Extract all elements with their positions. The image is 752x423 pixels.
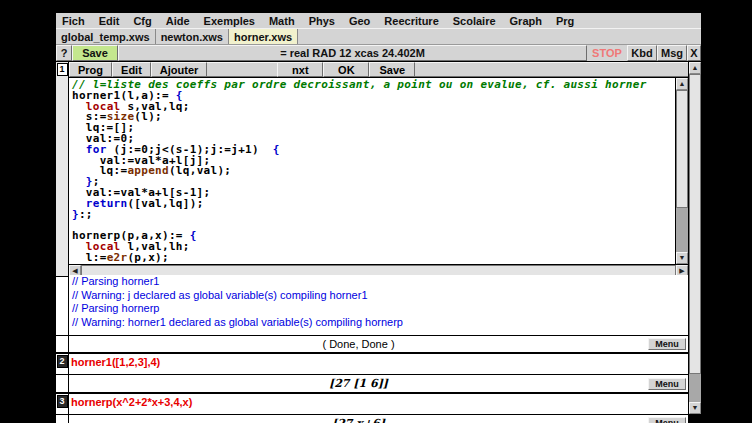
level-1-gutter: 1 [56, 62, 69, 276]
xcas-window: FichEditCfgAideExemplesMathPhysGeoReecri… [55, 12, 702, 415]
output-gutter [56, 415, 69, 423]
tab-horner-xws[interactable]: horner.xws [229, 29, 298, 44]
session-scroll-thumb[interactable] [689, 74, 701, 374]
menu-reecriture[interactable]: Reecriture [384, 15, 438, 27]
output-gutter [56, 336, 69, 352]
message-line: // Parsing horner1 [72, 275, 688, 289]
level-3-result: [27 x+6] [69, 417, 648, 423]
tab-newton-xws[interactable]: newton.xws [156, 29, 229, 44]
menu-edit[interactable]: Edit [99, 15, 120, 27]
editor-scroll-thumb[interactable] [676, 90, 688, 208]
parser-messages: // Parsing horner1// Warning: j declared… [69, 275, 688, 335]
menu-math[interactable]: Math [269, 15, 295, 27]
desktop: FichEditCfgAideExemplesMathPhysGeoReecri… [0, 0, 752, 423]
session-save-button[interactable]: Save [72, 45, 118, 61]
scroll-up-icon[interactable]: ▲ [676, 78, 688, 90]
level-2-gutter: 2 [56, 354, 69, 374]
menu-scolaire[interactable]: Scolaire [453, 15, 496, 27]
level-3-input[interactable]: hornerp(x^2+2*x+3,4,x) [69, 394, 688, 414]
level-1-output: ( Done, Done ) Menu [56, 335, 688, 352]
messages-pane: // Parsing horner1// Warning: j declared… [56, 276, 688, 335]
editor-menus: ProgEditAjouter [69, 62, 207, 77]
menu-graph[interactable]: Graph [510, 15, 542, 27]
level-3-output: [27 x+6] Menu [56, 414, 688, 423]
message-line: // Warning: j declared as global variabl… [72, 289, 688, 303]
level-2-result: [27 [1 6]] [69, 377, 648, 390]
level-1-editor: 1 ProgEditAjouter nxtOKSave // l=liste d… [56, 62, 688, 276]
level-2-output: [27 [1 6]] Menu [56, 374, 688, 392]
editor-toolbar: ProgEditAjouter nxtOKSave [69, 62, 688, 77]
level-1-number[interactable]: 1 [57, 63, 68, 76]
menubar: FichEditCfgAideExemplesMathPhysGeoReecri… [56, 13, 701, 28]
editor-scroll-track[interactable] [676, 208, 688, 252]
level-1-menu-button[interactable]: Menu [648, 338, 686, 350]
level-1-result: ( Done, Done ) [69, 338, 648, 350]
level-3-entry: 3 hornerp(x^2+2*x+3,4,x) [56, 392, 688, 414]
menu-geo[interactable]: Geo [349, 15, 370, 27]
menu-fich[interactable]: Fich [62, 15, 85, 27]
cas-status-button[interactable]: = real RAD 12 xcas 24.402M [118, 45, 587, 61]
level-2-entry: 2 horner1([1,2,3],4) [56, 352, 688, 374]
menu-prg[interactable]: Prg [556, 15, 574, 27]
editor-buttons: nxtOKSave [277, 62, 415, 77]
editor-menu-edit[interactable]: Edit [112, 62, 151, 77]
level-2-input[interactable]: horner1([1,2,3],4) [69, 354, 688, 374]
close-session-button[interactable]: X [687, 45, 701, 61]
level-3-menu-button[interactable]: Menu [648, 417, 686, 423]
session-area: 1 ProgEditAjouter nxtOKSave // l=liste d… [56, 61, 701, 414]
editor-menu-prog[interactable]: Prog [69, 62, 112, 77]
stop-button[interactable]: STOP [587, 45, 627, 61]
session-scroll-down-icon[interactable]: ▼ [689, 402, 701, 414]
editor-button-ok[interactable]: OK [323, 62, 369, 77]
help-button[interactable]: ? [56, 45, 72, 61]
code-line: local s,val,lq; [72, 102, 675, 113]
code-line: lq:=[]; [72, 123, 675, 134]
level-2-menu-button[interactable]: Menu [648, 378, 686, 390]
session-toolbar: ? Save = real RAD 12 xcas 24.402M STOP K… [56, 44, 701, 61]
tab-global_temp-xws[interactable]: global_temp.xws [56, 29, 156, 44]
editor-name-field[interactable] [207, 62, 277, 77]
scroll-down-icon[interactable]: ▼ [676, 252, 688, 264]
session-scroll-track[interactable] [689, 374, 701, 402]
message-line: // Warning: horner1 declared as global v… [72, 316, 688, 330]
session-tabbar: global_temp.xwsnewton.xwshorner.xws [56, 28, 701, 44]
code-line: s:=size(l); [72, 112, 675, 123]
output-gutter [56, 375, 69, 392]
code-line: lq:=append(lq,val); [72, 166, 675, 177]
menu-aide[interactable]: Aide [166, 15, 190, 27]
menu-exemples[interactable]: Exemples [204, 15, 255, 27]
code-editor[interactable]: // l=liste des coeffs par ordre decroiss… [69, 78, 675, 264]
message-line: // Parsing hornerp [72, 302, 688, 316]
editor-menu-ajouter[interactable]: Ajouter [151, 62, 208, 77]
menu-phys[interactable]: Phys [309, 15, 335, 27]
code-line: }:; [72, 210, 675, 221]
session-scroll-up-icon[interactable]: ▲ [689, 62, 701, 74]
editor-button-save[interactable]: Save [369, 62, 415, 77]
editor-toolbar-filler [415, 62, 688, 77]
code-line: return([val,lq]); [72, 199, 675, 210]
editor-button-nxt[interactable]: nxt [277, 62, 323, 77]
code-line: l:=e2r(p,x); [72, 253, 675, 264]
messages-gutter [56, 277, 69, 335]
level-2-number[interactable]: 2 [57, 355, 68, 368]
level-3-number[interactable]: 3 [57, 395, 68, 408]
menu-cfg[interactable]: Cfg [133, 15, 151, 27]
messages-toggle-button[interactable]: Msg [657, 45, 687, 61]
editor-vertical-scrollbar[interactable]: ▲ ▼ [675, 78, 688, 264]
keyboard-toggle-button[interactable]: Kbd [627, 45, 657, 61]
level-3-gutter: 3 [56, 394, 69, 414]
session-vertical-scrollbar[interactable]: ▲ ▼ [688, 62, 701, 414]
